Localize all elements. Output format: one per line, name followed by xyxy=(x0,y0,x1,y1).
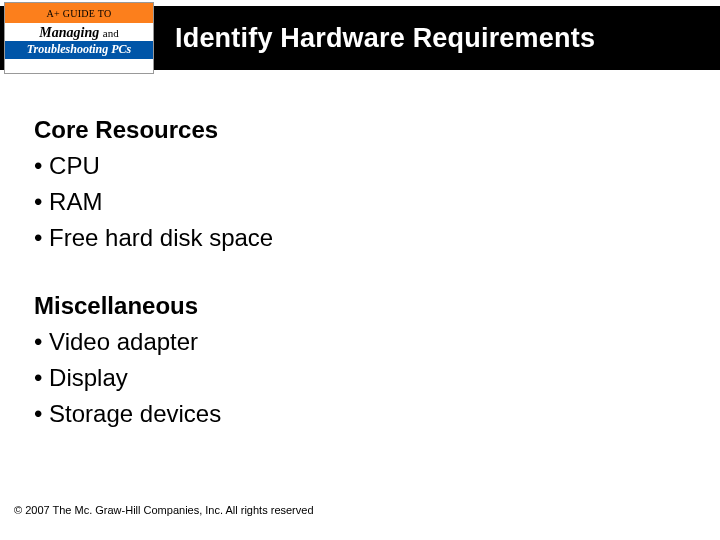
bullet-text: Free hard disk space xyxy=(49,224,273,251)
bullet-item: • Video adapter xyxy=(34,324,674,360)
logo-and: and xyxy=(103,27,119,39)
bullet-item: • Free hard disk space xyxy=(34,220,674,256)
bullet-text: Display xyxy=(49,364,128,391)
logo-mid-line1: Managing xyxy=(39,25,99,40)
bullet-item: • Display xyxy=(34,360,674,396)
logo-mid: Managing and xyxy=(5,23,153,41)
bullet-text: CPU xyxy=(49,152,100,179)
bullet-text: RAM xyxy=(49,188,102,215)
bullet-text: Storage devices xyxy=(49,400,221,427)
section-heading-misc: Miscellaneous xyxy=(34,288,674,324)
bullet-item: • RAM xyxy=(34,184,674,220)
book-logo: A+ GUIDE TO Managing and Troubleshooting… xyxy=(4,2,154,74)
section-heading-core: Core Resources xyxy=(34,112,674,148)
bullet-item: • Storage devices xyxy=(34,396,674,432)
logo-top-line: A+ GUIDE TO xyxy=(5,3,153,23)
bullet-item: • CPU xyxy=(34,148,674,184)
slide-content: Core Resources • CPU • RAM • Free hard d… xyxy=(34,112,674,432)
bullet-text: Video adapter xyxy=(49,328,198,355)
slide-title: Identify Hardware Requirements xyxy=(175,23,595,54)
logo-bot-line: Troubleshooting PCs xyxy=(5,41,153,59)
copyright-footer: © 2007 The Mc. Graw-Hill Companies, Inc.… xyxy=(14,504,314,516)
